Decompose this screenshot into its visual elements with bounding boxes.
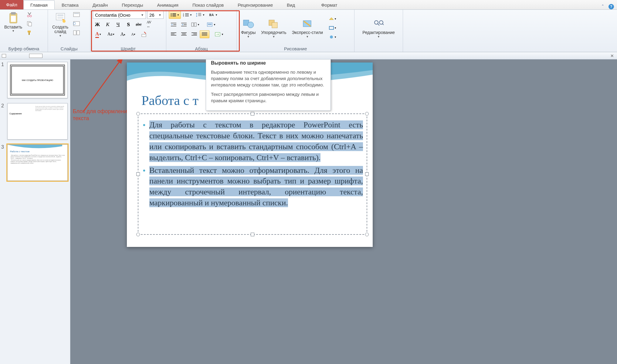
- slide-canvas[interactable]: Блок для оформления текста Работа с т Дл…: [70, 59, 617, 364]
- tab-slideshow[interactable]: Показ слайдов: [185, 0, 231, 9]
- thumb-number: 2: [1, 103, 5, 140]
- thumbnail-1[interactable]: 1 КАК СОЗДАТЬ ПРЕЗЕНТАЦИЮ: [0, 59, 70, 101]
- resize-handle[interactable]: [365, 233, 369, 236]
- svg-rect-36: [173, 24, 176, 25]
- underline-button[interactable]: Ч: [114, 21, 123, 29]
- resize-handle[interactable]: [136, 112, 140, 116]
- tab-format[interactable]: Формат: [314, 0, 344, 9]
- bullets-button[interactable]: ▼: [169, 11, 181, 19]
- annotation-label: Блок для оформления текста: [73, 108, 130, 122]
- resize-handle[interactable]: [365, 172, 369, 176]
- help-icon[interactable]: ?: [609, 4, 614, 9]
- new-slide-icon: [54, 12, 66, 24]
- justify-button[interactable]: [200, 30, 209, 38]
- svg-rect-55: [202, 32, 207, 33]
- char-spacing-button[interactable]: AV↔: [144, 21, 154, 29]
- svg-rect-47: [171, 34, 175, 34]
- work-area: 1 КАК СОЗДАТЬ ПРЕЗЕНТАЦИЮ 2 Содержание L…: [0, 59, 617, 364]
- align-center-button[interactable]: [179, 30, 189, 38]
- minimize-ribbon-icon[interactable]: ⌃: [601, 4, 607, 9]
- grow-font-button[interactable]: A▴: [118, 30, 127, 38]
- align-right-button[interactable]: [189, 30, 199, 38]
- svg-rect-46: [171, 32, 176, 33]
- resize-handle[interactable]: [136, 172, 140, 176]
- quick-styles-button[interactable]: Экспресс-стили ▼: [290, 16, 325, 39]
- convert-smartart-button[interactable]: ▼: [213, 30, 225, 38]
- svg-rect-22: [172, 15, 176, 15]
- italic-button[interactable]: К: [103, 21, 112, 29]
- group-drawing-label: Рисование: [239, 45, 352, 51]
- new-slide-button[interactable]: Создать слайд ▼: [50, 11, 70, 39]
- clear-formatting-button[interactable]: [139, 30, 150, 38]
- font-name-combo[interactable]: Constantia (Осно ▼: [93, 11, 146, 19]
- shape-outline-button[interactable]: ▼: [327, 24, 339, 32]
- slides-tab-icon[interactable]: [29, 54, 42, 58]
- editing-button[interactable]: Редактирование ▼: [361, 16, 397, 39]
- shape-fill-button[interactable]: ▼: [327, 15, 339, 22]
- tab-home[interactable]: Главная: [23, 0, 55, 9]
- tab-review[interactable]: Рецензирование: [231, 0, 280, 9]
- tab-animation[interactable]: Анимация: [150, 0, 185, 9]
- svg-point-4: [30, 15, 32, 17]
- textbox-content[interactable]: Для работы с текстом в редакторе PowerPo…: [138, 114, 367, 214]
- align-left-button[interactable]: [169, 30, 178, 38]
- increase-indent-button[interactable]: [179, 21, 189, 29]
- group-clipboard: Вставить ▼ Буфер обмена: [0, 10, 48, 52]
- slide-title[interactable]: Работа с т: [141, 93, 198, 108]
- align-text-button[interactable]: ▼: [205, 21, 217, 29]
- columns-button[interactable]: ▼: [189, 21, 202, 29]
- thumb-preview: КАК СОЗДАТЬ ПРЕЗЕНТАЦИЮ: [7, 62, 68, 98]
- thumb-number: 3: [1, 144, 5, 181]
- outline-tab-icon[interactable]: [2, 54, 6, 58]
- svg-rect-37: [171, 26, 176, 26]
- format-painter-button[interactable]: [26, 29, 33, 36]
- section-button[interactable]: [72, 29, 81, 36]
- arrange-button[interactable]: Упорядочить ▼: [259, 16, 288, 39]
- svg-rect-39: [184, 24, 187, 25]
- svg-rect-10: [57, 15, 63, 16]
- shapes-button[interactable]: Фигуры ▼: [239, 16, 257, 39]
- shrink-font-button[interactable]: A▾: [129, 30, 138, 38]
- svg-rect-33: [198, 15, 201, 16]
- bold-button[interactable]: Ж: [93, 21, 102, 29]
- font-color-button[interactable]: A▼: [93, 30, 104, 38]
- tab-insert[interactable]: Вставка: [55, 0, 86, 9]
- font-size-combo[interactable]: 26 ▼: [147, 11, 164, 19]
- chevron-down-icon: ▼: [157, 13, 161, 17]
- thumbnail-2[interactable]: 2 Содержание Lorem ipsum dolor sit amet …: [0, 101, 70, 142]
- thumb-preview: Работа с текстом • Для работы с текстом …: [7, 144, 68, 181]
- cut-button[interactable]: [26, 11, 33, 18]
- paragraph-2: Вставленный текст можно отформатировать.…: [149, 166, 363, 207]
- quick-styles-label: Экспресс-стили: [292, 30, 323, 35]
- numbering-button[interactable]: 123▼: [181, 11, 194, 19]
- svg-text:3: 3: [183, 15, 184, 17]
- thumbnail-3[interactable]: 3 Работа с текстом • Для работы с тексто…: [0, 142, 70, 183]
- tab-transitions[interactable]: Переходы: [115, 0, 150, 9]
- text-direction-button[interactable]: ⅢA▼: [207, 11, 219, 19]
- svg-rect-31: [198, 13, 201, 14]
- shadow-button[interactable]: S: [124, 21, 133, 29]
- shape-effects-button[interactable]: ▼: [327, 33, 339, 41]
- svg-line-68: [84, 59, 123, 111]
- line-spacing-button[interactable]: ▼: [194, 11, 206, 19]
- close-pane-button[interactable]: ✕: [609, 53, 615, 59]
- svg-rect-48: [171, 35, 176, 35]
- copy-button[interactable]: [26, 20, 33, 27]
- tab-design[interactable]: Дизайн: [86, 0, 115, 9]
- layout-button[interactable]: [72, 11, 81, 18]
- svg-text:ⅢA: ⅢA: [209, 13, 214, 17]
- reset-button[interactable]: [72, 20, 81, 27]
- resize-handle[interactable]: [365, 112, 369, 116]
- svg-rect-30: [185, 16, 189, 16]
- paragraph-1: Для работы с текстом в редакторе PowerPo…: [149, 120, 363, 162]
- tab-view[interactable]: Вид: [280, 0, 302, 9]
- resize-handle[interactable]: [251, 112, 254, 116]
- textbox[interactable]: Для работы с текстом в редакторе PowerPo…: [138, 113, 367, 235]
- resize-handle[interactable]: [136, 233, 140, 236]
- strikethrough-button[interactable]: abc: [134, 21, 143, 29]
- tab-file[interactable]: Файл: [0, 0, 23, 9]
- change-case-button[interactable]: Aa▼: [105, 30, 117, 38]
- resize-handle[interactable]: [251, 233, 254, 236]
- paste-button[interactable]: Вставить ▼: [2, 11, 24, 34]
- decrease-indent-button[interactable]: [169, 21, 178, 29]
